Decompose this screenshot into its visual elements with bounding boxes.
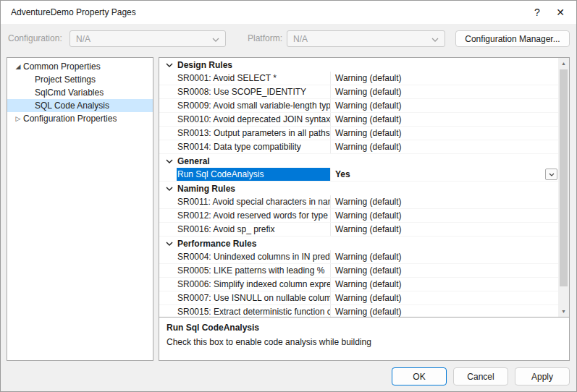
collapsed-arrow-icon[interactable]: ▷ — [13, 115, 23, 122]
property-name-cell[interactable]: SR0008: Use SCOPE_IDENTITY — [159, 85, 331, 98]
property-value-cell[interactable]: Yes — [331, 168, 558, 181]
property-name-cell[interactable]: SR0014: Data type compatibility — [159, 140, 331, 153]
tree-item-common-properties[interactable]: ◢Common Properties — [7, 60, 153, 73]
group-header-design-rules[interactable]: Design Rules — [159, 58, 558, 72]
category-tree: ◢Common PropertiesProject SettingsSqlCmd… — [7, 57, 153, 361]
scrollbar-thumb[interactable] — [560, 69, 568, 286]
value-dropdown-button[interactable] — [545, 169, 557, 180]
property-name-cell[interactable]: SR0015: Extract deterministic function c… — [159, 305, 331, 317]
property-row-sr0012-avoid-reserved-words-for-type-n[interactable]: SR0012: Avoid reserved words for type nW… — [159, 209, 558, 223]
group-header-label: General — [177, 156, 210, 166]
property-row-sr0001-avoid-select[interactable]: SR0001: Avoid SELECT *Warning (default) — [159, 72, 558, 85]
property-row-sr0015-extract-deterministic-function-ca[interactable]: SR0015: Extract deterministic function c… — [159, 305, 558, 317]
description-text: Check this box to enable code analysis w… — [167, 337, 562, 347]
property-row-sr0004-unindexed-columns-in-in-predic[interactable]: SR0004: Unindexed columns in IN predicWa… — [159, 250, 558, 264]
property-value-cell[interactable]: Warning (default) — [331, 264, 558, 277]
property-value-cell[interactable]: Warning (default) — [331, 278, 558, 291]
tree-item-label: SQL Code Analysis — [35, 101, 109, 111]
configuration-label: Configuration: — [8, 30, 62, 47]
tree-item-project-settings[interactable]: Project Settings — [7, 73, 153, 86]
property-name-cell[interactable]: SR0001: Avoid SELECT * — [159, 72, 331, 85]
property-name-cell[interactable]: SR0007: Use ISNULL on nullable column — [159, 291, 331, 304]
window-title: AdventureDemo Property Pages — [11, 7, 136, 17]
property-row-sr0006-simplify-indexed-column-expres[interactable]: SR0006: Simplify indexed column expresWa… — [159, 278, 558, 291]
property-row-sr0016-avoid-sp-prefix[interactable]: SR0016: Avoid sp_ prefixWarning (default… — [159, 223, 558, 237]
expanded-arrow-icon[interactable]: ◢ — [13, 63, 23, 70]
tree-item-label: SqlCmd Variables — [35, 88, 104, 98]
chevron-down-icon — [431, 34, 439, 44]
property-value-cell[interactable]: Warning (default) — [331, 223, 558, 236]
chevron-down-icon[interactable] — [159, 63, 177, 67]
chevron-down-icon[interactable] — [159, 187, 177, 191]
property-value-cell[interactable]: Warning (default) — [331, 140, 558, 153]
property-row-sr0005-like-patterns-with-leading[interactable]: SR0005: LIKE patterns with leading %Warn… — [159, 264, 558, 278]
configuration-value: N/A — [76, 34, 90, 44]
property-grid: Design RulesSR0001: Avoid SELECT *Warnin… — [159, 57, 570, 318]
group-header-naming-rules[interactable]: Naming Rules — [159, 182, 558, 195]
property-row-sr0007-use-isnull-on-nullable-column[interactable]: SR0007: Use ISNULL on nullable columnWar… — [159, 291, 558, 305]
configuration-dropdown: N/A — [70, 30, 226, 47]
tree-item-label: Project Settings — [35, 74, 96, 85]
property-name-cell[interactable]: Run Sql CodeAnalysis — [159, 168, 331, 181]
platform-value: N/A — [293, 34, 308, 44]
vertical-scrollbar[interactable]: ▲ ▼ — [558, 58, 569, 317]
description-panel: Run Sql CodeAnalysis Check this box to e… — [159, 317, 570, 361]
title-bar: AdventureDemo Property Pages ? ✕ — [1, 1, 576, 24]
property-name-cell[interactable]: SR0012: Avoid reserved words for type n — [159, 209, 331, 222]
property-name-cell[interactable]: SR0009: Avoid small variable-length typ — [159, 99, 331, 112]
chevron-down-icon — [212, 34, 219, 44]
property-value-cell[interactable]: Warning (default) — [331, 113, 558, 126]
property-value-cell[interactable]: Warning (default) — [331, 85, 558, 98]
property-value-cell[interactable]: Warning (default) — [331, 99, 558, 112]
property-value-cell[interactable]: Warning (default) — [331, 291, 558, 304]
tree-item-sqlcmd-variables[interactable]: SqlCmd Variables — [7, 86, 153, 99]
property-name-cell[interactable]: SR0016: Avoid sp_ prefix — [159, 223, 331, 236]
apply-button[interactable]: Apply — [515, 367, 570, 385]
property-row-sr0008-use-scope-identity[interactable]: SR0008: Use SCOPE_IDENTITYWarning (defau… — [159, 85, 558, 99]
group-header-label: Design Rules — [177, 60, 232, 70]
property-value-cell[interactable]: Warning (default) — [331, 72, 558, 85]
property-row-sr0011-avoid-special-characters-in-nam[interactable]: SR0011: Avoid special characters in namW… — [159, 195, 558, 209]
tree-item-sql-code-analysis[interactable]: SQL Code Analysis — [7, 99, 153, 112]
scroll-down-icon[interactable]: ▼ — [558, 306, 569, 317]
group-header-general[interactable]: General — [159, 154, 558, 168]
chevron-down-icon[interactable] — [159, 242, 177, 246]
property-row-sr0009-avoid-small-variable-length-typ[interactable]: SR0009: Avoid small variable-length typW… — [159, 99, 558, 113]
property-pages-dialog: AdventureDemo Property Pages ? ✕ Configu… — [0, 0, 577, 392]
tree-item-configuration-properties[interactable]: ▷Configuration Properties — [7, 112, 153, 125]
property-row-sr0013-output-parameters-in-all-paths[interactable]: SR0013: Output parameters in all pathsWa… — [159, 127, 558, 140]
property-row-sr0010-avoid-deprecated-join-syntax[interactable]: SR0010: Avoid deprecated JOIN syntaxWarn… — [159, 113, 558, 127]
configuration-manager-button[interactable]: Configuration Manager... — [455, 30, 570, 47]
platform-label: Platform: — [248, 30, 282, 47]
group-header-label: Performance Rules — [177, 239, 256, 249]
property-name-cell[interactable]: SR0010: Avoid deprecated JOIN syntax — [159, 113, 331, 126]
group-header-performance-rules[interactable]: Performance Rules — [159, 237, 558, 250]
property-value-cell[interactable]: Warning (default) — [331, 250, 558, 263]
property-row-sr0014-data-type-compatibility[interactable]: SR0014: Data type compatibilityWarning (… — [159, 140, 558, 154]
close-button[interactable]: ✕ — [549, 1, 572, 24]
property-grid-rows: Design RulesSR0001: Avoid SELECT *Warnin… — [159, 58, 558, 317]
scroll-up-icon[interactable]: ▲ — [558, 58, 569, 69]
property-row-run-sql-codeanalysis[interactable]: Run Sql CodeAnalysisYes — [159, 168, 558, 182]
tree-item-label: Configuration Properties — [23, 114, 117, 124]
description-title: Run Sql CodeAnalysis — [167, 323, 562, 333]
property-name-cell[interactable]: SR0013: Output parameters in all paths — [159, 127, 331, 140]
tree-item-label: Common Properties — [23, 61, 101, 72]
group-header-label: Naming Rules — [177, 184, 235, 194]
property-value-cell[interactable]: Warning (default) — [331, 305, 558, 317]
property-name-cell[interactable]: SR0004: Unindexed columns in IN predic — [159, 250, 331, 263]
chevron-down-icon[interactable] — [159, 159, 177, 163]
titlebar-buttons: ? ✕ — [526, 1, 576, 24]
help-button[interactable]: ? — [526, 1, 549, 24]
property-value-cell[interactable]: Warning (default) — [331, 195, 558, 208]
property-name-cell[interactable]: SR0005: LIKE patterns with leading % — [159, 264, 331, 277]
cancel-button[interactable]: Cancel — [453, 367, 508, 385]
ok-button[interactable]: OK — [392, 367, 447, 385]
property-name-cell[interactable]: SR0011: Avoid special characters in nam — [159, 195, 331, 208]
property-name-cell[interactable]: SR0006: Simplify indexed column expres — [159, 278, 331, 291]
property-value-cell[interactable]: Warning (default) — [331, 209, 558, 222]
platform-dropdown: N/A — [287, 30, 445, 47]
property-value-cell[interactable]: Warning (default) — [331, 127, 558, 140]
